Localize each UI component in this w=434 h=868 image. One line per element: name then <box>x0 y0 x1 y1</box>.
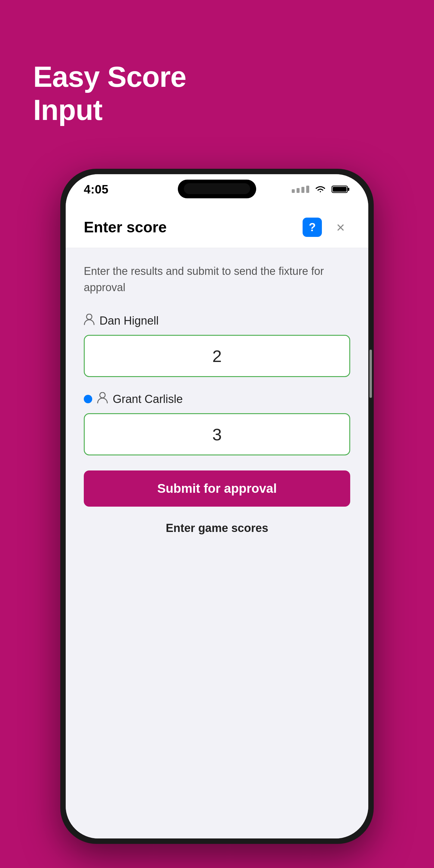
modal-header: Enter score ? × <box>66 204 368 248</box>
svg-point-4 <box>100 393 105 398</box>
phone-shell: 4:05 <box>60 169 374 844</box>
status-time: 4:05 <box>84 183 108 196</box>
help-button[interactable]: ? <box>303 218 322 237</box>
submit-button-label: Submit for approval <box>157 481 277 496</box>
player-section-2: Grant Carlisle 3 <box>84 392 350 456</box>
submit-button[interactable]: Submit for approval <box>84 470 350 507</box>
status-bar: 4:05 <box>66 174 368 204</box>
svg-rect-1 <box>333 187 347 192</box>
close-button[interactable]: × <box>331 218 350 237</box>
modal-title: Enter score <box>84 218 167 236</box>
signal-icon <box>292 186 309 193</box>
svg-rect-2 <box>347 188 349 191</box>
dynamic-island <box>178 180 256 198</box>
phone-wrapper: 4:05 <box>60 169 374 844</box>
player-icon-1 <box>84 314 95 328</box>
battery-icon <box>332 185 350 194</box>
status-icons <box>292 184 350 194</box>
enter-game-label: Enter game scores <box>84 522 350 535</box>
modal-content: Enter the results and submit to send the… <box>66 248 368 838</box>
modal-actions: ? × <box>303 218 350 237</box>
player-section-1: Dan Hignell 2 <box>84 314 350 377</box>
score-value-1: 2 <box>212 346 221 366</box>
wifi-icon <box>314 184 327 194</box>
phone-screen: 4:05 <box>66 174 368 838</box>
player-2-name: Grant Carlisle <box>113 393 183 406</box>
player-1-name: Dan Hignell <box>99 314 158 327</box>
player-name-row-2: Grant Carlisle <box>84 392 350 406</box>
page-title: Easy Score Input <box>33 60 186 127</box>
score-input-2[interactable]: 3 <box>84 413 350 456</box>
player-icon-2 <box>97 392 108 406</box>
score-value-2: 3 <box>212 425 221 444</box>
modal-description: Enter the results and submit to send the… <box>84 263 350 296</box>
svg-point-3 <box>87 314 92 319</box>
player-indicator-2 <box>84 395 92 403</box>
score-input-1[interactable]: 2 <box>84 335 350 377</box>
player-name-row-1: Dan Hignell <box>84 314 350 328</box>
